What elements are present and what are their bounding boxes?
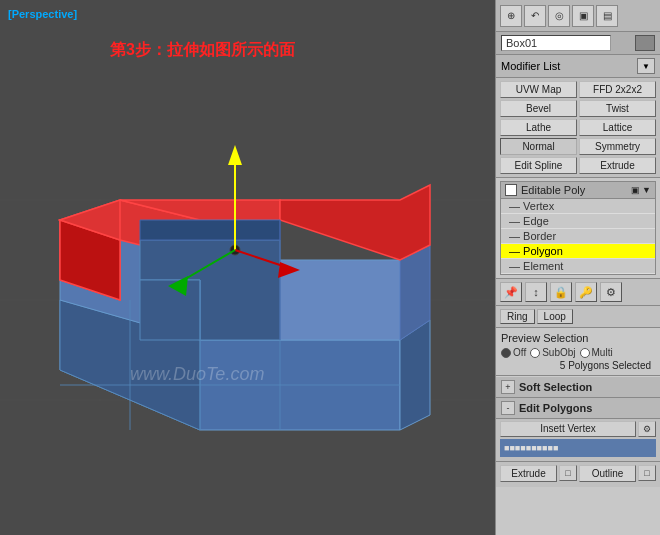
poly-item-element[interactable]: — Element — [501, 259, 655, 274]
object-color-swatch[interactable] — [635, 35, 655, 51]
polygon-count: 5 Polygons Selected — [501, 360, 655, 371]
svg-marker-22 — [140, 220, 280, 240]
tree-icon-lock[interactable]: 🔒 — [550, 282, 572, 302]
toolbar-icon-3[interactable]: ◎ — [548, 5, 570, 27]
object-name-bar — [496, 32, 660, 55]
edit-polygons-label: Edit Polygons — [519, 402, 592, 414]
extrude-button[interactable]: Extrude — [500, 465, 557, 482]
tree-icon-pin[interactable]: 📌 — [500, 282, 522, 302]
poly-item-edge[interactable]: — Edge — [501, 214, 655, 229]
radio-multi[interactable]: Multi — [580, 347, 613, 358]
poly-tree-header: Editable Poly ▣ ▼ — [501, 182, 655, 199]
radio-off[interactable]: Off — [501, 347, 526, 358]
poly-item-vertex[interactable]: — Vertex — [501, 199, 655, 214]
modifier-list-bar: Modifier List ▼ — [496, 55, 660, 78]
object-name-input[interactable] — [501, 35, 611, 51]
modifier-list-dropdown[interactable]: ▼ — [637, 58, 655, 74]
mod-btn-editspline[interactable]: Edit Spline — [500, 157, 577, 174]
poly-item-polygon[interactable]: — Polygon — [501, 244, 655, 259]
mod-btn-ffd[interactable]: FFD 2x2x2 — [579, 81, 656, 98]
viewport[interactable]: 第3步：拉伸如图所示的面 www.DuoTe.com [Perspective] — [0, 0, 495, 535]
mod-btn-bevel[interactable]: Bevel — [500, 100, 577, 117]
outline-settings[interactable]: □ — [638, 465, 656, 481]
modifier-list-label: Modifier List — [501, 60, 560, 72]
preview-selection-title: Preview Selection — [501, 332, 655, 344]
tree-icon-bar: 📌 ↕ 🔒 🔑 ⚙ — [496, 278, 660, 306]
watermark: www.DuoTe.com — [130, 364, 264, 385]
modifier-buttons: UVW Map FFD 2x2x2 Bevel Twist Lathe Latt… — [496, 78, 660, 178]
soft-selection-collapse[interactable]: + — [501, 380, 515, 394]
ring-loop-bar: Ring Loop — [496, 306, 660, 328]
insert-vertex-settings[interactable]: ⚙ — [638, 421, 656, 437]
viewport-label: [Perspective] — [8, 8, 77, 20]
3d-scene-svg — [0, 0, 495, 535]
soft-selection-section: + Soft Selection — [496, 376, 660, 398]
poly-tree-expand[interactable]: ▣ ▼ — [631, 185, 651, 195]
loop-button[interactable]: Loop — [537, 309, 573, 324]
extrude-outline-row: Extrude □ Outline □ — [500, 465, 656, 482]
poly-item-border[interactable]: — Border — [501, 229, 655, 244]
radio-subobj[interactable]: SubObj — [530, 347, 575, 358]
tree-icon-settings[interactable]: ⚙ — [600, 282, 622, 302]
radio-row: Off SubObj Multi — [501, 347, 655, 358]
poly-tree-checkbox[interactable] — [505, 184, 517, 196]
mod-btn-extrude[interactable]: Extrude — [579, 157, 656, 174]
toolbar-icon-2[interactable]: ↶ — [524, 5, 546, 27]
bottom-buttons: Extrude □ Outline □ — [496, 462, 660, 487]
toolbar-icon-4[interactable]: ▣ — [572, 5, 594, 27]
edit-poly-buttons: Insett Vertex ⚙ ■■■■■■■■■■ — [496, 419, 660, 462]
mod-btn-lattice[interactable]: Lattice — [579, 119, 656, 136]
soft-selection-label: Soft Selection — [519, 381, 592, 393]
ring-button[interactable]: Ring — [500, 309, 535, 324]
preview-selection-panel: Preview Selection Off SubObj Multi 5 Pol… — [496, 328, 660, 376]
svg-marker-21 — [140, 280, 200, 340]
edit-polygons-section: - Edit Polygons — [496, 398, 660, 419]
mod-btn-uvwmap[interactable]: UVW Map — [500, 81, 577, 98]
right-panel: ⊕ ↶ ◎ ▣ ▤ Modifier List ▼ UVW Map FFD 2x… — [495, 0, 660, 535]
tree-icon-key[interactable]: 🔑 — [575, 282, 597, 302]
mod-btn-lathe[interactable]: Lathe — [500, 119, 577, 136]
editable-poly-tree: Editable Poly ▣ ▼ — Vertex — Edge — Bord… — [500, 181, 656, 275]
toolbar: ⊕ ↶ ◎ ▣ ▤ — [496, 0, 660, 32]
edit-polygons-collapse[interactable]: - — [501, 401, 515, 415]
toolbar-icon-5[interactable]: ▤ — [596, 5, 618, 27]
step-instruction: 第3步：拉伸如图所示的面 — [110, 40, 295, 61]
poly-tree-title: Editable Poly — [521, 184, 585, 196]
main-container: 第3步：拉伸如图所示的面 www.DuoTe.com [Perspective]… — [0, 0, 660, 535]
toolbar-icon-1[interactable]: ⊕ — [500, 5, 522, 27]
outline-button[interactable]: Outline — [579, 465, 636, 482]
extrude-settings[interactable]: □ — [559, 465, 577, 481]
mod-btn-symmetry[interactable]: Symmetry — [579, 138, 656, 155]
tree-icon-link[interactable]: ↕ — [525, 282, 547, 302]
insert-vertex-button[interactable]: Insett Vertex — [500, 421, 636, 437]
insert-vertex-row: Insett Vertex ⚙ — [500, 421, 656, 437]
mod-btn-twist[interactable]: Twist — [579, 100, 656, 117]
mod-btn-normal[interactable]: Normal — [500, 138, 577, 155]
operation-bar: ■■■■■■■■■■ — [500, 439, 656, 457]
